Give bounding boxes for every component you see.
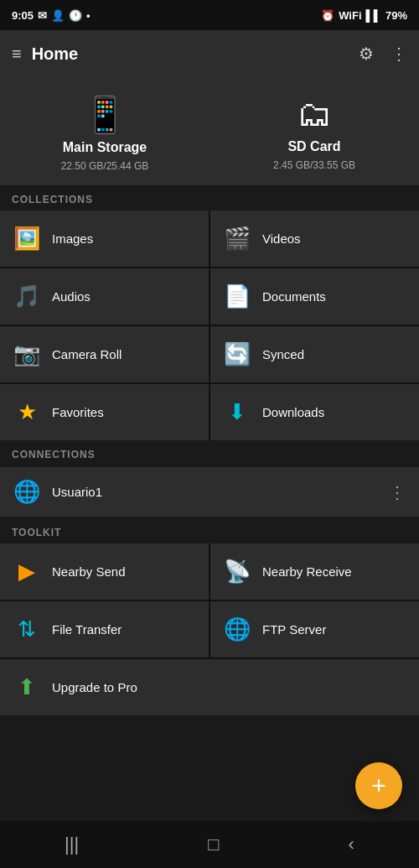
connection-more-icon[interactable]: ⋮	[389, 482, 406, 502]
nearby-receive-item[interactable]: 📡 Nearby Receive	[210, 543, 419, 600]
upgrade-icon: ⬆	[13, 674, 40, 700]
nav-recent-icon[interactable]: |||	[65, 834, 79, 855]
fab-button[interactable]: +	[355, 762, 402, 809]
usuario1-item[interactable]: 🌐 Usuario1 ⋮	[0, 467, 419, 517]
status-time: 9:05	[12, 9, 34, 22]
nav-home-icon[interactable]: □	[208, 834, 219, 855]
synced-item[interactable]: 🔄 Synced	[210, 326, 419, 382]
images-icon: 🖼️	[13, 226, 40, 252]
collections-grid: 🖼️ Images 🎬 Videos 🎵 Audios 📄 Documents …	[0, 211, 419, 440]
nearby-receive-label: Nearby Receive	[262, 564, 352, 579]
downloads-label: Downloads	[262, 405, 324, 419]
synced-icon: 🔄	[224, 341, 251, 367]
nav-back-icon[interactable]: ‹	[349, 834, 354, 855]
toolbar-title: Home	[32, 44, 79, 64]
more-button[interactable]: ⋮	[391, 44, 407, 64]
documents-label: Documents	[262, 289, 326, 304]
downloads-icon: ⬇	[224, 399, 251, 425]
main-storage-item[interactable]: 📱 Main Storage 22.50 GB/25.44 GB	[0, 94, 210, 172]
synced-label: Synced	[262, 347, 304, 361]
favorites-icon: ★	[13, 399, 40, 425]
toolbar: ≡ Home ⚙ ⋮	[0, 30, 419, 77]
nearby-send-label: Nearby Send	[52, 564, 126, 579]
file-transfer-item[interactable]: ⇅ File Transfer	[0, 601, 209, 657]
videos-item[interactable]: 🎬 Videos	[210, 211, 419, 267]
toolbar-left: ≡ Home	[12, 44, 78, 64]
storage-section: 📱 Main Storage 22.50 GB/25.44 GB 🗂 SD Ca…	[0, 77, 419, 185]
file-transfer-label: File Transfer	[52, 622, 122, 637]
signal-icon: ▌▌	[366, 9, 381, 22]
camera-roll-item[interactable]: 📷 Camera Roll	[0, 326, 209, 382]
email-icon: ✉	[38, 9, 47, 22]
downloads-item[interactable]: ⬇ Downloads	[210, 384, 419, 440]
upgrade-label: Upgrade to Pro	[52, 680, 137, 694]
toolbar-right: ⚙ ⋮	[359, 44, 407, 64]
wifi-icon: WiFi	[339, 9, 361, 22]
toolkit-grid: ▶ Nearby Send 📡 Nearby Receive ⇅ File Tr…	[0, 543, 419, 715]
sd-card-item[interactable]: 🗂 SD Card 2.45 GB/33.55 GB	[210, 94, 419, 172]
main-storage-icon: 📱	[83, 94, 127, 135]
status-bar: 9:05 ✉ 👤 🕐 • ⏰ WiFi ▌▌ 79%	[0, 0, 419, 30]
nearby-send-item[interactable]: ▶ Nearby Send	[0, 543, 209, 600]
audios-label: Audios	[52, 289, 91, 304]
battery-text: 79%	[385, 9, 407, 22]
alarm-status-icon: ⏰	[321, 9, 334, 22]
images-label: Images	[52, 231, 93, 246]
sd-card-name: SD Card	[287, 139, 340, 154]
connection-globe-icon: 🌐	[13, 479, 40, 505]
dot-icon: •	[86, 9, 91, 22]
nearby-receive-icon: 📡	[224, 559, 251, 585]
status-left: 9:05 ✉ 👤 🕐 •	[12, 9, 91, 22]
upgrade-to-pro-item[interactable]: ⬆ Upgrade to Pro	[0, 659, 419, 715]
status-right: ⏰ WiFi ▌▌ 79%	[321, 9, 407, 22]
collections-header: COLLECTIONS	[0, 185, 419, 211]
camera-roll-icon: 📷	[13, 341, 40, 367]
audios-icon: 🎵	[13, 283, 40, 309]
connections-section: 🌐 Usuario1 ⋮	[0, 467, 419, 517]
sd-card-icon: 🗂	[297, 94, 332, 134]
favorites-item[interactable]: ★ Favorites	[0, 384, 209, 440]
connection-label: Usuario1	[52, 485, 377, 499]
videos-label: Videos	[262, 231, 301, 246]
audios-item[interactable]: 🎵 Audios	[0, 268, 209, 325]
menu-button[interactable]: ≡	[12, 44, 22, 64]
ftp-server-item[interactable]: 🌐 FTP Server	[210, 601, 419, 657]
camera-roll-label: Camera Roll	[52, 347, 122, 361]
main-storage-name: Main Storage	[63, 140, 147, 155]
file-transfer-icon: ⇅	[13, 616, 40, 642]
videos-icon: 🎬	[224, 226, 251, 252]
favorites-label: Favorites	[52, 405, 104, 419]
settings-button[interactable]: ⚙	[359, 44, 374, 64]
documents-item[interactable]: 📄 Documents	[210, 268, 419, 325]
ftp-server-label: FTP Server	[262, 622, 326, 637]
nav-bar: ||| □ ‹	[0, 821, 419, 868]
connections-header: CONNECTIONS	[0, 440, 419, 465]
clock-icon: 🕐	[69, 9, 82, 22]
toolkit-header: TOOLKIT	[0, 518, 419, 543]
nearby-send-icon: ▶	[13, 559, 40, 585]
sd-card-size: 2.45 GB/33.55 GB	[273, 159, 355, 171]
person-icon: 👤	[51, 9, 65, 22]
images-item[interactable]: 🖼️ Images	[0, 211, 209, 267]
main-storage-size: 22.50 GB/25.44 GB	[61, 160, 149, 172]
documents-icon: 📄	[224, 283, 251, 309]
scroll-area: 📱 Main Storage 22.50 GB/25.44 GB 🗂 SD Ca…	[0, 77, 419, 821]
ftp-server-icon: 🌐	[224, 616, 251, 642]
